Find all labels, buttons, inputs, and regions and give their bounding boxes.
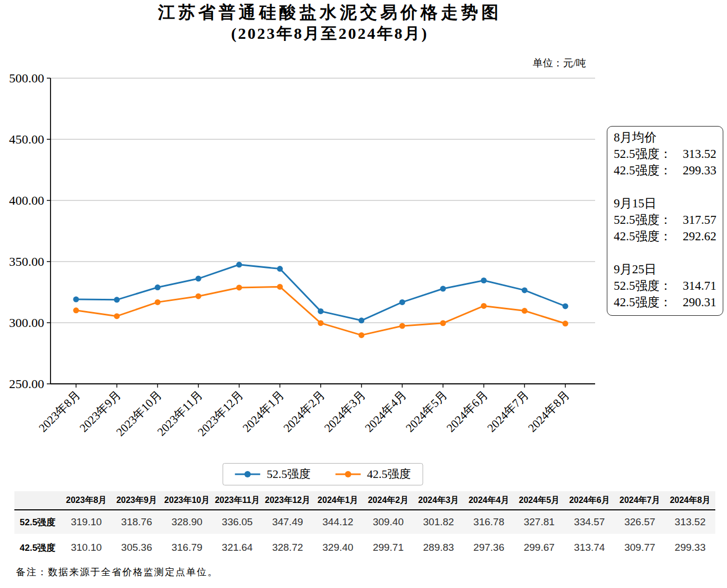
legend-item: 52.5强度: [235, 466, 311, 482]
annotation-row-label: 52.5强度：: [614, 212, 672, 228]
page: 江苏省普通硅酸盐水泥交易价格走势图 (2023年8月至2024年8月) 单位：元…: [0, 0, 727, 588]
table-header-cell: 2024年2月: [363, 491, 414, 510]
price-table-wrap: 2023年8月2023年9月2023年10月2023年11月2023年12月20…: [14, 491, 715, 559]
table-header-cell: 2023年12月: [262, 491, 313, 510]
legend-line-marker-icon: [335, 471, 361, 478]
data-point: [440, 286, 446, 292]
data-point: [114, 313, 120, 319]
data-point: [358, 317, 364, 323]
y-tick-label: 250.00: [9, 377, 44, 391]
table-cell: 334.57: [564, 510, 615, 536]
table-cell: 336.05: [212, 510, 263, 536]
data-point: [73, 297, 79, 303]
table-cell: 310.10: [61, 536, 112, 559]
annotation-row: 52.5强度：314.71: [614, 278, 716, 294]
data-point: [155, 284, 161, 290]
table-cell: 316.78: [464, 510, 514, 536]
table-cell: 305.36: [112, 536, 162, 559]
table-row: 52.5强度319.10318.76328.90336.05347.49344.…: [14, 510, 715, 536]
data-point: [236, 284, 242, 290]
legend-label: 52.5强度: [267, 466, 311, 482]
data-point: [196, 293, 202, 299]
data-point: [114, 297, 120, 303]
annotation-row: 42.5强度：299.33: [614, 162, 716, 179]
x-tick-label: 2023年8月: [36, 388, 83, 435]
annotation-row-label: 42.5强度：: [614, 162, 672, 179]
annotation-row-value: 317.57: [683, 212, 716, 228]
data-point: [277, 284, 283, 290]
x-tick-label: 2024年1月: [240, 388, 287, 435]
annotation-row-label: 42.5强度：: [614, 228, 672, 245]
data-point: [358, 332, 364, 338]
annotation-row: 42.5强度：292.62: [614, 228, 716, 245]
x-tick-label: 2024年6月: [444, 388, 491, 435]
data-point: [399, 323, 405, 329]
annotation-section: 8月均价52.5强度：313.5242.5强度：299.33: [614, 129, 716, 179]
table-cell: 326.57: [615, 510, 665, 536]
x-tick-label: 2024年4月: [362, 388, 409, 435]
table-header-cell: 2023年10月: [162, 491, 212, 510]
annotation-row-label: 52.5强度：: [614, 278, 672, 294]
x-tick-label: 2024年8月: [525, 388, 572, 435]
annotation-row: 42.5强度：290.31: [614, 294, 716, 310]
x-tick-label: 2024年3月: [322, 388, 369, 435]
table-header-cell: 2024年7月: [615, 491, 665, 510]
table-header-cell: 2024年8月: [665, 491, 715, 510]
annotation-box: 8月均价52.5强度：313.5242.5强度：299.339月15日52.5强…: [607, 126, 723, 316]
table-cell: 329.40: [313, 536, 363, 559]
table-cell: 328.90: [162, 510, 212, 536]
table-cell: 299.71: [363, 536, 414, 559]
data-point: [563, 303, 569, 309]
x-tick-label: 2024年5月: [403, 388, 450, 435]
annotation-heading: 9月25日: [614, 261, 716, 278]
table-header-cell: 2024年5月: [514, 491, 564, 510]
x-tick-label: 2024年7月: [484, 388, 531, 435]
legend-line-marker-icon: [235, 471, 261, 478]
table-cell: 347.49: [262, 510, 313, 536]
data-point: [399, 299, 405, 305]
data-point: [318, 308, 324, 314]
annotation-heading: 9月15日: [614, 195, 716, 212]
annotation-row-value: 313.52: [683, 146, 716, 162]
table-row-label: 52.5强度: [14, 510, 61, 536]
table-cell: 301.82: [413, 510, 464, 536]
data-point: [481, 303, 487, 309]
data-point: [522, 287, 528, 293]
legend: 52.5强度42.5强度: [223, 463, 423, 485]
table-header-cell: 2024年4月: [464, 491, 514, 510]
price-table: 2023年8月2023年9月2023年10月2023年11月2023年12月20…: [14, 491, 715, 559]
data-point: [563, 321, 569, 326]
data-point: [155, 299, 161, 305]
annotation-row-value: 314.71: [683, 278, 716, 294]
y-tick-label: 450.00: [9, 132, 44, 146]
annotation-section: 9月25日52.5强度：314.7142.5强度：290.31: [614, 261, 716, 310]
table-row-label: 42.5强度: [14, 536, 61, 559]
annotation-heading: 8月均价: [614, 129, 716, 146]
table-cell: 299.67: [514, 536, 564, 559]
footnote: 备注：数据来源于全省价格监测定点单位。: [16, 566, 218, 578]
table-cell: 327.81: [514, 510, 564, 536]
table-cell: 289.83: [413, 536, 464, 559]
table-cell: 318.76: [112, 510, 162, 536]
y-tick-label: 500.00: [9, 71, 44, 85]
table-cell: 316.79: [162, 536, 212, 559]
annotation-row-label: 52.5强度：: [614, 146, 672, 162]
table-cell: 328.72: [262, 536, 313, 559]
data-point: [522, 308, 528, 314]
legend-label: 42.5强度: [367, 466, 411, 482]
annotation-row-label: 42.5强度：: [614, 294, 672, 310]
table-header-cell: 2024年6月: [564, 491, 615, 510]
table-cell: 321.64: [212, 536, 263, 559]
table-cell: 309.77: [615, 536, 665, 559]
data-point: [196, 276, 202, 282]
annotation-row-value: 292.62: [683, 228, 716, 245]
table-cell: 309.40: [363, 510, 414, 536]
data-point: [440, 320, 446, 326]
annotation-row-value: 290.31: [683, 294, 716, 310]
table-header-row: 2023年8月2023年9月2023年10月2023年11月2023年12月20…: [14, 491, 715, 510]
table-header-cell: 2023年8月: [61, 491, 112, 510]
table-cell: 313.52: [665, 510, 715, 536]
data-point: [73, 307, 79, 313]
annotation-section: 9月15日52.5强度：317.5742.5强度：292.62: [614, 195, 716, 245]
table-row: 42.5强度310.10305.36316.79321.64328.72329.…: [14, 536, 715, 559]
